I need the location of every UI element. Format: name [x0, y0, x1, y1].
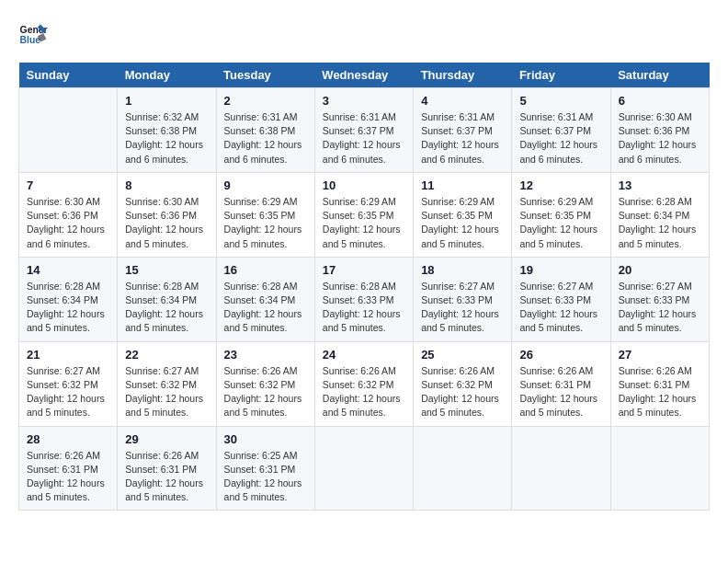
calendar-cell — [414, 426, 512, 511]
day-info: Sunrise: 6:27 AMSunset: 6:32 PMDaylight:… — [27, 364, 109, 420]
day-number: 29 — [125, 432, 208, 446]
day-number: 11 — [421, 178, 504, 192]
day-number: 2 — [224, 94, 307, 108]
calendar-header-row: SundayMondayTuesdayWednesdayThursdayFrid… — [19, 63, 710, 88]
week-row-1: 1Sunrise: 6:32 AMSunset: 6:38 PMDaylight… — [19, 88, 710, 173]
calendar-cell: 23Sunrise: 6:26 AMSunset: 6:32 PMDayligh… — [216, 341, 314, 426]
week-row-3: 14Sunrise: 6:28 AMSunset: 6:34 PMDayligh… — [19, 257, 710, 341]
week-row-4: 21Sunrise: 6:27 AMSunset: 6:32 PMDayligh… — [19, 341, 710, 426]
day-number: 3 — [323, 94, 405, 108]
day-info: Sunrise: 6:27 AMSunset: 6:33 PMDaylight:… — [619, 280, 701, 336]
day-number: 21 — [27, 348, 109, 362]
day-number: 25 — [421, 348, 504, 362]
day-number: 30 — [224, 432, 307, 446]
day-info: Sunrise: 6:28 AMSunset: 6:34 PMDaylight:… — [224, 280, 307, 336]
col-header-thursday: Thursday — [414, 63, 512, 88]
calendar-cell: 10Sunrise: 6:29 AMSunset: 6:35 PMDayligh… — [314, 172, 413, 257]
day-number: 4 — [421, 94, 504, 108]
calendar-cell: 9Sunrise: 6:29 AMSunset: 6:35 PMDaylight… — [216, 172, 314, 257]
day-number: 17 — [323, 263, 405, 277]
day-number: 8 — [125, 178, 208, 192]
day-info: Sunrise: 6:29 AMSunset: 6:35 PMDaylight:… — [421, 195, 504, 251]
calendar-cell: 19Sunrise: 6:27 AMSunset: 6:33 PMDayligh… — [512, 257, 610, 341]
day-info: Sunrise: 6:26 AMSunset: 6:32 PMDaylight:… — [421, 364, 504, 420]
calendar-cell: 29Sunrise: 6:26 AMSunset: 6:31 PMDayligh… — [118, 426, 216, 511]
calendar-cell: 3Sunrise: 6:31 AMSunset: 6:37 PMDaylight… — [314, 88, 413, 173]
day-info: Sunrise: 6:28 AMSunset: 6:34 PMDaylight:… — [125, 280, 208, 336]
day-info: Sunrise: 6:26 AMSunset: 6:32 PMDaylight:… — [323, 364, 405, 420]
day-info: Sunrise: 6:26 AMSunset: 6:31 PMDaylight:… — [619, 364, 701, 420]
calendar-cell: 8Sunrise: 6:30 AMSunset: 6:36 PMDaylight… — [118, 172, 216, 257]
calendar-cell: 25Sunrise: 6:26 AMSunset: 6:32 PMDayligh… — [414, 341, 512, 426]
day-info: Sunrise: 6:29 AMSunset: 6:35 PMDaylight:… — [519, 195, 602, 251]
calendar-table: SundayMondayTuesdayWednesdayThursdayFrid… — [18, 63, 710, 511]
calendar-cell: 6Sunrise: 6:30 AMSunset: 6:36 PMDaylight… — [610, 88, 709, 173]
day-info: Sunrise: 6:27 AMSunset: 6:33 PMDaylight:… — [421, 280, 504, 336]
col-header-sunday: Sunday — [19, 63, 118, 88]
day-info: Sunrise: 6:26 AMSunset: 6:31 PMDaylight:… — [519, 364, 602, 420]
day-info: Sunrise: 6:31 AMSunset: 6:38 PMDaylight:… — [224, 110, 307, 167]
week-row-2: 7Sunrise: 6:30 AMSunset: 6:36 PMDaylight… — [19, 172, 710, 257]
day-number: 24 — [323, 348, 405, 362]
calendar-cell: 7Sunrise: 6:30 AMSunset: 6:36 PMDaylight… — [19, 172, 118, 257]
calendar-cell — [19, 88, 118, 173]
day-number: 9 — [224, 178, 307, 192]
day-number: 18 — [421, 263, 504, 277]
day-number: 10 — [323, 178, 405, 192]
day-info: Sunrise: 6:30 AMSunset: 6:36 PMDaylight:… — [27, 195, 109, 251]
day-info: Sunrise: 6:28 AMSunset: 6:34 PMDaylight:… — [619, 195, 701, 251]
col-header-tuesday: Tuesday — [216, 63, 314, 88]
day-info: Sunrise: 6:31 AMSunset: 6:37 PMDaylight:… — [323, 110, 405, 167]
calendar-cell: 18Sunrise: 6:27 AMSunset: 6:33 PMDayligh… — [414, 257, 512, 341]
day-number: 27 — [619, 348, 701, 362]
calendar-cell: 13Sunrise: 6:28 AMSunset: 6:34 PMDayligh… — [610, 172, 709, 257]
calendar-cell: 1Sunrise: 6:32 AMSunset: 6:38 PMDaylight… — [118, 88, 216, 173]
calendar-cell: 14Sunrise: 6:28 AMSunset: 6:34 PMDayligh… — [19, 257, 118, 341]
calendar-cell: 24Sunrise: 6:26 AMSunset: 6:32 PMDayligh… — [314, 341, 413, 426]
day-info: Sunrise: 6:28 AMSunset: 6:34 PMDaylight:… — [27, 280, 109, 336]
calendar-cell: 15Sunrise: 6:28 AMSunset: 6:34 PMDayligh… — [118, 257, 216, 341]
calendar-cell: 12Sunrise: 6:29 AMSunset: 6:35 PMDayligh… — [512, 172, 610, 257]
day-info: Sunrise: 6:30 AMSunset: 6:36 PMDaylight:… — [125, 195, 208, 251]
calendar-cell: 20Sunrise: 6:27 AMSunset: 6:33 PMDayligh… — [610, 257, 709, 341]
page-header: General Blue — [18, 18, 710, 48]
day-number: 7 — [27, 178, 109, 192]
day-number: 1 — [125, 94, 208, 108]
calendar-cell: 27Sunrise: 6:26 AMSunset: 6:31 PMDayligh… — [610, 341, 709, 426]
col-header-saturday: Saturday — [610, 63, 709, 88]
day-info: Sunrise: 6:25 AMSunset: 6:31 PMDaylight:… — [224, 449, 307, 505]
day-info: Sunrise: 6:31 AMSunset: 6:37 PMDaylight:… — [421, 110, 504, 167]
calendar-cell: 11Sunrise: 6:29 AMSunset: 6:35 PMDayligh… — [414, 172, 512, 257]
day-info: Sunrise: 6:28 AMSunset: 6:33 PMDaylight:… — [323, 280, 405, 336]
day-number: 19 — [519, 263, 602, 277]
day-number: 13 — [619, 178, 701, 192]
col-header-monday: Monday — [118, 63, 216, 88]
day-number: 26 — [519, 348, 602, 362]
calendar-cell — [512, 426, 610, 511]
week-row-5: 28Sunrise: 6:26 AMSunset: 6:31 PMDayligh… — [19, 426, 710, 511]
day-number: 23 — [224, 348, 307, 362]
calendar-cell: 28Sunrise: 6:26 AMSunset: 6:31 PMDayligh… — [19, 426, 118, 511]
calendar-cell — [610, 426, 709, 511]
calendar-cell: 30Sunrise: 6:25 AMSunset: 6:31 PMDayligh… — [216, 426, 314, 511]
day-info: Sunrise: 6:30 AMSunset: 6:36 PMDaylight:… — [619, 110, 701, 167]
calendar-cell: 16Sunrise: 6:28 AMSunset: 6:34 PMDayligh… — [216, 257, 314, 341]
day-info: Sunrise: 6:26 AMSunset: 6:32 PMDaylight:… — [224, 364, 307, 420]
calendar-cell: 17Sunrise: 6:28 AMSunset: 6:33 PMDayligh… — [314, 257, 413, 341]
day-info: Sunrise: 6:29 AMSunset: 6:35 PMDaylight:… — [224, 195, 307, 251]
day-number: 22 — [125, 348, 208, 362]
day-info: Sunrise: 6:29 AMSunset: 6:35 PMDaylight:… — [323, 195, 405, 251]
logo: General Blue — [18, 18, 51, 48]
col-header-friday: Friday — [512, 63, 610, 88]
day-info: Sunrise: 6:27 AMSunset: 6:32 PMDaylight:… — [125, 364, 208, 420]
day-number: 12 — [519, 178, 602, 192]
calendar-cell: 22Sunrise: 6:27 AMSunset: 6:32 PMDayligh… — [118, 341, 216, 426]
calendar-cell: 5Sunrise: 6:31 AMSunset: 6:37 PMDaylight… — [512, 88, 610, 173]
day-info: Sunrise: 6:26 AMSunset: 6:31 PMDaylight:… — [27, 449, 109, 505]
day-number: 6 — [619, 94, 701, 108]
day-number: 14 — [27, 263, 109, 277]
day-number: 5 — [519, 94, 602, 108]
logo-icon: General Blue — [18, 18, 48, 48]
day-number: 28 — [27, 432, 109, 446]
calendar-cell: 26Sunrise: 6:26 AMSunset: 6:31 PMDayligh… — [512, 341, 610, 426]
